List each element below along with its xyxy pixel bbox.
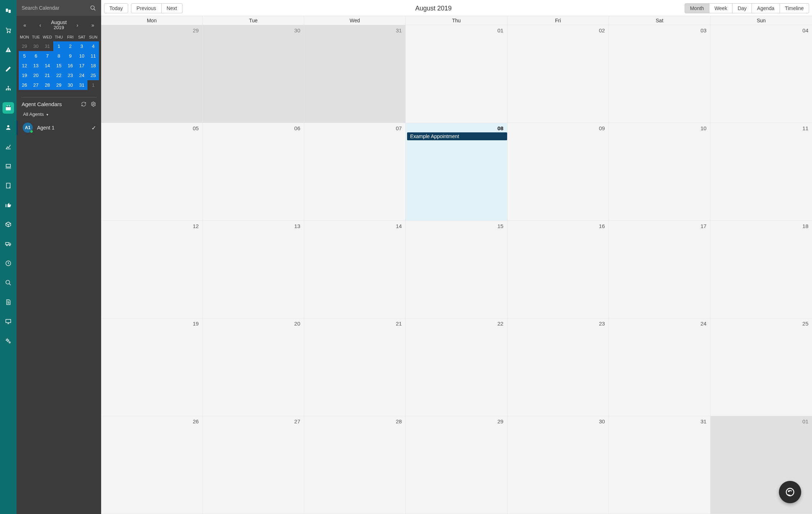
mini-day[interactable]: 3 — [76, 41, 87, 51]
note-icon[interactable] — [3, 180, 14, 191]
mini-day[interactable]: 31 — [76, 80, 87, 90]
previous-button[interactable]: Previous — [131, 3, 161, 13]
day-cell[interactable]: 08Example Appointment — [406, 123, 507, 221]
day-cell[interactable]: 13 — [203, 221, 304, 319]
day-cell[interactable]: 07 — [304, 123, 406, 221]
day-cell[interactable]: 31 — [609, 416, 710, 514]
day-cell[interactable]: 18 — [710, 221, 812, 319]
day-cell[interactable]: 31 — [304, 25, 406, 123]
view-month[interactable]: Month — [685, 3, 709, 13]
mini-day[interactable]: 10 — [76, 51, 87, 61]
agent-filter-dropdown[interactable]: All Agents ▾ — [17, 110, 101, 120]
box-icon[interactable] — [3, 219, 14, 230]
thumb-icon[interactable] — [3, 199, 14, 211]
user-icon[interactable] — [3, 122, 14, 133]
mini-day[interactable]: 6 — [30, 51, 42, 61]
mini-day[interactable]: 21 — [42, 70, 53, 80]
view-timeline[interactable]: Timeline — [780, 3, 809, 13]
tree-icon[interactable] — [3, 83, 14, 94]
mini-next-button[interactable]: › — [73, 22, 82, 28]
day-cell[interactable]: 29 — [101, 25, 203, 123]
mini-day[interactable]: 25 — [87, 70, 99, 80]
day-cell[interactable]: 11 — [710, 123, 812, 221]
agent-row[interactable]: A1Agent 1✓ — [17, 120, 101, 135]
day-cell[interactable]: 14 — [304, 221, 406, 319]
day-cell[interactable]: 29 — [406, 416, 507, 514]
mini-day[interactable]: 29 — [53, 80, 65, 90]
mini-day[interactable]: 13 — [30, 61, 42, 70]
view-week[interactable]: Week — [709, 3, 733, 13]
mini-day[interactable]: 30 — [64, 80, 76, 90]
chat-fab[interactable] — [779, 481, 801, 503]
day-cell[interactable]: 30 — [508, 416, 609, 514]
mini-day[interactable]: 12 — [19, 61, 30, 70]
day-cell[interactable]: 01 — [406, 25, 507, 123]
day-cell[interactable]: 21 — [304, 318, 406, 416]
mini-last-button[interactable]: » — [88, 22, 98, 28]
view-day[interactable]: Day — [732, 3, 752, 13]
next-button[interactable]: Next — [162, 3, 182, 13]
mini-day[interactable]: 5 — [19, 51, 30, 61]
mini-day[interactable]: 24 — [76, 70, 87, 80]
laptop-icon[interactable] — [3, 160, 14, 172]
search-input[interactable] — [22, 5, 79, 11]
mini-day[interactable]: 1 — [87, 80, 99, 90]
mini-day[interactable]: 23 — [64, 70, 76, 80]
day-cell[interactable]: 19 — [101, 318, 203, 416]
view-agenda[interactable]: Agenda — [752, 3, 780, 13]
mini-day[interactable]: 19 — [19, 70, 30, 80]
gears-icon[interactable] — [3, 335, 14, 347]
day-cell[interactable]: 02 — [508, 25, 609, 123]
refresh-icon[interactable] — [81, 101, 86, 107]
mini-day[interactable]: 1 — [53, 41, 65, 51]
mini-day[interactable]: 20 — [30, 70, 42, 80]
mini-day[interactable]: 14 — [42, 61, 53, 70]
mini-day[interactable]: 8 — [53, 51, 65, 61]
mini-first-button[interactable]: « — [20, 22, 30, 28]
mini-day[interactable]: 27 — [30, 80, 42, 90]
mini-day[interactable]: 11 — [87, 51, 99, 61]
mini-day[interactable]: 28 — [42, 80, 53, 90]
truck-icon[interactable] — [3, 238, 14, 250]
mini-day[interactable]: 29 — [19, 41, 30, 51]
mini-prev-button[interactable]: ‹ — [36, 22, 45, 28]
day-cell[interactable]: 28 — [304, 416, 406, 514]
day-cell[interactable]: 04 — [710, 25, 812, 123]
mini-day[interactable]: 18 — [87, 61, 99, 70]
search-icon[interactable] — [3, 277, 14, 288]
day-cell[interactable]: 16 — [508, 221, 609, 319]
day-cell[interactable]: 17 — [609, 221, 710, 319]
mini-day[interactable]: 15 — [53, 61, 65, 70]
day-cell[interactable]: 10 — [609, 123, 710, 221]
day-cell[interactable]: 03 — [609, 25, 710, 123]
mini-day[interactable]: 22 — [53, 70, 65, 80]
day-cell[interactable]: 20 — [203, 318, 304, 416]
day-cell[interactable]: 24 — [609, 318, 710, 416]
day-cell[interactable]: 26 — [101, 416, 203, 514]
calendar-event[interactable]: Example Appointment — [407, 132, 507, 140]
clock-icon[interactable] — [3, 258, 14, 269]
chart-icon[interactable] — [3, 141, 14, 153]
mini-day[interactable]: 7 — [42, 51, 53, 61]
day-cell[interactable]: 09 — [508, 123, 609, 221]
mini-day[interactable]: 30 — [30, 41, 42, 51]
calendar-icon[interactable] — [3, 102, 14, 114]
mini-day[interactable]: 2 — [64, 41, 76, 51]
mini-day[interactable]: 31 — [42, 41, 53, 51]
day-cell[interactable]: 06 — [203, 123, 304, 221]
day-cell[interactable]: 30 — [203, 25, 304, 123]
search-icon[interactable] — [90, 5, 96, 11]
day-cell[interactable]: 22 — [406, 318, 507, 416]
mini-day[interactable]: 17 — [76, 61, 87, 70]
day-cell[interactable]: 05 — [101, 123, 203, 221]
day-cell[interactable]: 23 — [508, 318, 609, 416]
mini-day[interactable]: 26 — [19, 80, 30, 90]
cards-icon[interactable] — [3, 5, 14, 17]
mini-day[interactable]: 4 — [87, 41, 99, 51]
mini-cal-title[interactable]: August 2019 — [51, 19, 67, 31]
alert-icon[interactable] — [3, 44, 14, 55]
cart-icon[interactable] — [3, 24, 14, 36]
today-button[interactable]: Today — [104, 3, 128, 13]
monitor-icon[interactable] — [3, 316, 14, 327]
mini-day[interactable]: 9 — [64, 51, 76, 61]
